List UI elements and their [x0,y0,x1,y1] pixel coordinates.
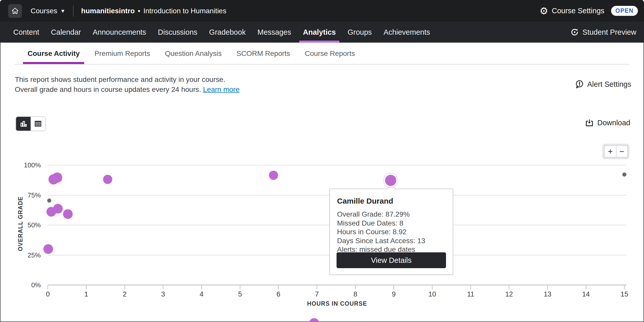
x-tick-mark [86,286,86,289]
courses-menu-button[interactable]: Courses ▼ [31,7,65,15]
view-details-button[interactable]: View Details [337,252,446,268]
alert-icon [575,80,584,89]
data-point[interactable] [43,244,53,254]
subtab-question-analysis[interactable]: Question Analysis [165,43,222,64]
table-view-button[interactable] [31,117,45,131]
x-axis-line [48,284,626,286]
chevron-down-icon: ▼ [60,8,65,14]
x-tick-mark [201,286,202,289]
y-tick-label: 75% [10,191,41,199]
y-tick-label: 100% [10,161,41,169]
download-button[interactable]: Download [585,118,630,127]
data-point[interactable] [622,172,626,177]
tab-achievements[interactable]: Achievements [383,22,430,43]
report-update-text: Overall grade and hours in course update… [15,85,201,93]
data-point[interactable] [53,204,63,214]
gear-icon: ⚙ [539,6,548,16]
x-tick-label: 14 [582,290,590,298]
subtab-course-activity[interactable]: Course Activity [28,43,80,64]
tooltip-stat: Overall Grade: 87.29% [337,210,446,219]
course-breadcrumb: humanitiesintro•Introduction to Humaniti… [81,7,226,15]
x-tick-mark [393,286,394,289]
alert-settings-button[interactable]: Alert Settings [575,80,631,89]
zoom-out-button[interactable]: − [616,145,628,157]
x-tick-mark [317,286,317,289]
tab-groups[interactable]: Groups [348,22,372,43]
x-tick-mark [432,286,432,289]
x-tick-mark [278,286,279,289]
course-title: Introduction to Humanities [143,7,226,15]
x-tick-mark [47,286,48,289]
tab-announcements[interactable]: Announcements [93,22,146,43]
tab-analytics[interactable]: Analytics [303,22,336,43]
download-icon [585,118,594,127]
x-tick-label: 3 [161,290,165,298]
x-tick-label: 1 [84,290,88,298]
chart-table-toggle [16,116,46,131]
data-point-partial[interactable] [309,318,319,322]
course-code: humanitiesintro [81,7,135,15]
subtab-premium-reports[interactable]: Premium Reports [94,43,150,64]
x-tick-mark [586,286,586,289]
x-tick-label: 6 [277,290,280,298]
learn-more-link[interactable]: Learn more [203,85,240,93]
tooltip-student-name: Camille Durand [337,197,446,205]
course-settings-button[interactable]: ⚙ Course Settings [539,6,604,16]
x-tick-mark [547,286,548,289]
x-tick-mark [240,286,240,289]
tooltip-stat: Days Since Last Access: 13 [337,237,446,245]
data-point[interactable] [103,175,112,184]
subtab-course-reports[interactable]: Course Reports [305,43,355,64]
home-button[interactable] [8,4,22,18]
student-preview-icon [570,28,579,36]
analytics-subtabs: Course ActivityPremium ReportsQuestion A… [0,43,644,64]
tab-content[interactable]: Content [13,22,39,43]
gridline-100 [48,165,626,165]
y-tick-label: 50% [10,221,41,229]
course-settings-label: Course Settings [552,7,604,15]
tab-discussions[interactable]: Discussions [158,22,197,43]
data-point[interactable] [269,171,278,180]
x-tick-mark [470,286,471,289]
subtab-scorm-reports[interactable]: SCORM Reports [237,43,290,64]
x-tick-label: 5 [238,290,242,298]
student-tooltip: Camille Durand Overall Grade: 87.29%Miss… [329,189,453,275]
tab-messages[interactable]: Messages [257,22,291,43]
zoom-controls: + − [602,144,629,159]
report-description: This report shows student performance an… [15,75,240,94]
breadcrumb-separator: • [138,7,140,15]
tooltip-stat: Hours in Course: 8.92 [337,228,446,237]
report-description-line1: This report shows student performance an… [15,75,240,84]
y-tick-label: 0% [10,281,41,289]
bar-chart-icon [19,119,28,128]
chart-view-button[interactable] [16,117,31,131]
courses-label: Courses [31,7,57,15]
tab-gradebook[interactable]: Gradebook [209,22,246,43]
y-tick-label: 25% [10,251,41,259]
x-tick-mark [509,286,509,289]
x-tick-mark [624,286,625,289]
x-tick-label: 12 [505,290,513,298]
student-preview-button[interactable]: Student Preview [570,22,636,43]
subtabs-divider [15,64,629,65]
x-tick-label: 9 [392,290,396,298]
x-tick-label: 15 [621,290,628,298]
x-axis-title: HOURS IN COURSE [307,300,367,307]
data-point[interactable] [47,199,51,203]
home-icon [11,7,19,15]
x-tick-label: 2 [123,290,127,298]
download-label: Download [597,119,630,127]
x-tick-mark [125,286,125,289]
tab-calendar[interactable]: Calendar [51,22,81,43]
x-tick-mark [163,286,163,289]
x-tick-label: 11 [467,290,474,298]
data-point-selected[interactable] [385,175,396,186]
x-tick-label: 13 [544,290,551,298]
course-nav: ContentCalendarAnnouncementsDiscussionsG… [0,22,644,43]
course-open-badge: OPEN [611,6,638,16]
x-tick-label: 8 [353,290,357,298]
data-point[interactable] [63,209,73,219]
data-point[interactable] [52,172,62,183]
top-minibar: Courses ▼ humanitiesintro•Introduction t… [0,0,644,22]
zoom-in-button[interactable]: + [604,145,616,157]
